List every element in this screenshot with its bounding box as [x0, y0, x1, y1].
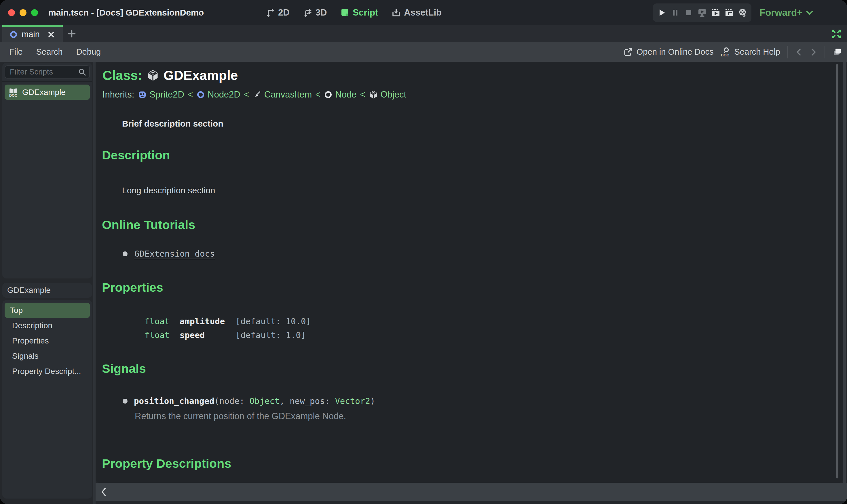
search-help-button[interactable]: DOC Search Help	[720, 47, 780, 57]
members-panel: Top Description Properties Signals Prope…	[2, 300, 92, 499]
property-type-link[interactable]: float	[144, 330, 180, 340]
properties-heading: Properties	[102, 281, 163, 294]
member-item-description[interactable]: Description	[5, 318, 90, 333]
property-row-speed: float speed [default: 1.0]	[144, 328, 311, 342]
property-name-link[interactable]: amplitude	[180, 317, 236, 326]
panels-icon	[832, 47, 842, 57]
member-item-properties[interactable]: Properties	[5, 333, 90, 348]
workspace-2d-button[interactable]: 2D	[265, 7, 290, 18]
inherits-link-object[interactable]: Object	[369, 89, 407, 100]
play-current-scene-icon	[711, 8, 721, 18]
play-icon	[657, 8, 666, 17]
add-scene-tab-button[interactable]	[67, 29, 76, 38]
svg-text:DOC: DOC	[9, 93, 17, 97]
canvasitem-icon	[253, 90, 262, 99]
description-heading: Description	[102, 148, 170, 162]
renderer-selector[interactable]: Forward+	[759, 0, 813, 25]
signal-position-changed: position_changed(node: Object, new_pos: …	[123, 396, 375, 406]
inherits-link-sprite2d[interactable]: Sprite2D	[138, 89, 184, 100]
open-online-docs-button[interactable]: Open in Online Docs	[623, 47, 714, 57]
pause-button[interactable]	[670, 8, 680, 18]
gdextension-docs-link[interactable]: GDExtension docs	[135, 249, 215, 258]
distraction-free-button[interactable]	[831, 29, 842, 39]
menu-search[interactable]: Search	[36, 47, 63, 57]
workspace-script-button[interactable]: Script	[340, 7, 378, 18]
script-editor-menubar: File Search Debug Open in Online Docs DO…	[0, 42, 847, 62]
play-scene-button[interactable]	[697, 8, 707, 18]
pause-icon	[671, 8, 680, 17]
member-item-signals[interactable]: Signals	[5, 348, 90, 364]
property-type-link[interactable]: float	[144, 317, 180, 326]
filter-scripts-input[interactable]	[5, 65, 90, 78]
plus-icon	[67, 29, 76, 38]
online-tutorials-heading: Online Tutorials	[102, 218, 195, 232]
inherits-line: Inherits: Sprite2D < Node2D < CanvasItem	[103, 89, 406, 100]
inherits-link-node2d[interactable]: Node2D	[196, 89, 240, 100]
object-icon	[146, 69, 159, 82]
filter-scripts-row	[5, 65, 90, 78]
assetlib-icon	[391, 8, 401, 18]
3d-icon	[303, 8, 313, 18]
play-current-scene-button[interactable]	[711, 8, 721, 18]
property-name-link[interactable]: speed	[180, 330, 236, 340]
members-panel-header: GDExample	[2, 283, 92, 298]
search-help-icon: DOC	[720, 47, 731, 57]
sidebar-splitter[interactable]	[93, 62, 96, 504]
play-scene-icon	[697, 8, 707, 18]
movie-maker-button[interactable]	[738, 8, 748, 18]
script-icon	[340, 8, 350, 18]
vector2-type-link[interactable]: Vector2	[335, 396, 370, 406]
play-button[interactable]	[657, 8, 667, 18]
property-descriptions-heading: Property Descriptions	[102, 456, 231, 471]
object-icon	[369, 90, 378, 99]
separator	[787, 46, 788, 58]
minimize-window-button[interactable]	[20, 9, 27, 16]
edge-strip	[843, 62, 846, 483]
object-type-link[interactable]: Object	[249, 396, 280, 406]
member-item-property-descriptions[interactable]: Property Descript...	[5, 364, 90, 379]
workspace-switcher: 2D 3D Script AssetLib	[265, 0, 442, 25]
separator	[825, 46, 825, 58]
external-link-icon	[623, 47, 633, 57]
long-description: Long description section	[122, 185, 215, 195]
member-item-top[interactable]: Top	[5, 303, 90, 318]
zoom-window-button[interactable]	[31, 9, 38, 16]
class-reference-panel: Class: GDExample Inherits: Sprite2D <	[96, 62, 843, 483]
doc-area: Class: GDExample Inherits: Sprite2D <	[96, 62, 847, 504]
workspace-assetlib-button[interactable]: AssetLib	[391, 7, 442, 18]
script-list-item-gdexample[interactable]: DOC GDExample	[5, 85, 90, 100]
divider	[2, 81, 92, 82]
properties-table: float amplitude [default: 10.0] float sp…	[144, 314, 311, 342]
inherits-label: Inherits:	[103, 89, 134, 100]
inherits-link-node[interactable]: Node	[324, 89, 357, 100]
chevron-left-icon	[99, 487, 109, 497]
workspace-3d-button[interactable]: 3D	[303, 7, 327, 18]
property-default: [default: 1.0]	[236, 330, 306, 340]
renderer-label: Forward+	[759, 7, 802, 18]
history-forward-button[interactable]	[810, 48, 818, 56]
stop-icon	[684, 8, 693, 17]
menu-file[interactable]: File	[9, 47, 23, 57]
close-tab-icon[interactable]	[48, 31, 55, 38]
menu-debug[interactable]: Debug	[76, 47, 101, 57]
inherits-link-canvasitem[interactable]: CanvasItem	[253, 89, 312, 100]
class-doc-icon: DOC	[8, 87, 18, 97]
toggle-scripts-panel-button[interactable]	[832, 47, 842, 57]
history-back-button[interactable]	[795, 48, 803, 56]
chevron-right-icon	[810, 48, 818, 56]
close-window-button[interactable]	[8, 9, 15, 16]
property-row-amplitude: float amplitude [default: 10.0]	[144, 314, 311, 328]
scene-tab-main[interactable]: main	[2, 25, 63, 42]
svg-text:DOC: DOC	[721, 53, 729, 57]
chevron-left-icon	[795, 48, 803, 56]
expand-icon	[831, 29, 842, 39]
scene-tabstrip: main	[0, 25, 847, 42]
collapse-sidebar-button[interactable]	[99, 487, 109, 497]
scripts-panel: DOC GDExample	[2, 63, 92, 278]
movie-maker-icon	[738, 8, 748, 18]
doc-scrollbar[interactable]	[836, 64, 839, 479]
tab-label: main	[22, 30, 40, 39]
signal-signature: position_changed(node: Object, new_pos: …	[134, 396, 375, 406]
play-custom-scene-button[interactable]	[724, 8, 734, 18]
stop-button[interactable]	[684, 8, 694, 18]
